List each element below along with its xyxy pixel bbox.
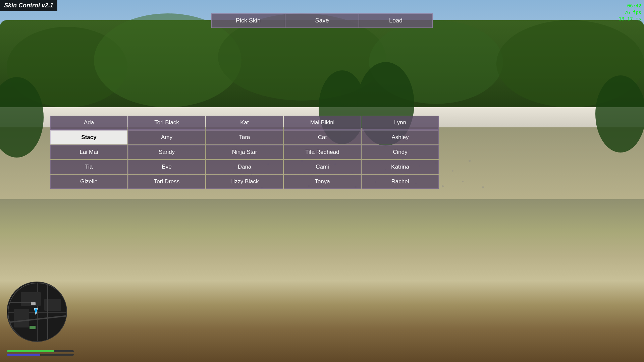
skin-cell-gizelle[interactable]: Gizelle [50, 175, 127, 189]
skin-cell-dana[interactable]: Dana [206, 160, 283, 174]
svg-rect-55 [537, 233, 553, 244]
skin-cell-eve[interactable]: Eve [128, 160, 205, 174]
skin-cell-cami[interactable]: Cami [284, 160, 361, 174]
title-bar: Skin Control v2.1 [0, 0, 57, 11]
svg-point-22 [452, 170, 453, 172]
skin-cell-ada[interactable]: Ada [50, 116, 127, 130]
skin-grid: AdaTori BlackKatMai BikiniLynnStacyAmyTa… [50, 116, 439, 189]
svg-rect-42 [458, 221, 476, 231]
menu-btn-pick-skin[interactable]: Pick Skin [211, 13, 285, 28]
svg-point-39 [595, 75, 644, 153]
skin-cell-tori-black[interactable]: Tori Black [128, 116, 205, 130]
skin-cell-tia[interactable]: Tia [50, 160, 127, 174]
skin-cell-lynn[interactable]: Lynn [362, 116, 439, 130]
svg-rect-40 [436, 218, 644, 362]
app-title: Skin Control v2.1 [4, 2, 53, 9]
armor-bar [7, 354, 74, 356]
svg-rect-50 [439, 233, 458, 244]
skin-cell-ashley[interactable]: Ashley [362, 130, 439, 144]
armor-bar-fill [7, 354, 40, 356]
menu-btn-load[interactable]: Load [359, 13, 433, 28]
svg-rect-57 [575, 233, 592, 244]
svg-rect-48 [574, 221, 592, 231]
fps-value: 76 fps [619, 9, 641, 16]
skin-cell-cindy[interactable]: Cindy [362, 145, 439, 159]
svg-rect-47 [555, 221, 572, 231]
skin-cell-amy[interactable]: Amy [128, 130, 205, 144]
svg-point-2 [7, 27, 127, 107]
skin-cell-tara[interactable]: Tara [206, 130, 283, 144]
skin-cell-tori-dress[interactable]: Tori Dress [128, 175, 205, 189]
svg-rect-46 [535, 221, 553, 231]
svg-point-5 [369, 20, 503, 104]
svg-point-6 [496, 20, 644, 107]
health-bar [7, 350, 74, 352]
skin-cell-cat[interactable]: Cat [284, 130, 361, 144]
svg-rect-44 [496, 221, 515, 231]
svg-rect-56 [555, 233, 574, 244]
svg-rect-43 [478, 221, 495, 231]
svg-rect-49 [594, 221, 610, 231]
skin-cell-lai-mai[interactable]: Lai Mai [50, 145, 127, 159]
svg-rect-65 [14, 309, 29, 327]
svg-rect-54 [517, 233, 535, 244]
skin-cell-tifa-redhead[interactable]: Tifa Redhead [284, 145, 361, 159]
svg-point-33 [442, 185, 444, 187]
svg-rect-41 [439, 221, 456, 231]
svg-rect-58 [594, 233, 612, 244]
svg-rect-52 [478, 233, 496, 244]
svg-rect-64 [44, 299, 61, 311]
skin-cell-mai-bikini[interactable]: Mai Bikini [284, 116, 361, 130]
svg-point-23 [469, 160, 471, 162]
skin-cell-rachel[interactable]: Rachel [362, 175, 439, 189]
menu-btn-save[interactable]: Save [285, 13, 359, 28]
svg-point-35 [482, 186, 484, 188]
minimap-background: N [7, 282, 67, 342]
skin-cell-stacy[interactable]: Stacy [50, 130, 127, 144]
fps-ms: 13.17 ms [619, 16, 641, 22]
svg-rect-51 [460, 233, 476, 244]
svg-rect-72 [30, 326, 36, 329]
skin-cell-sandy[interactable]: Sandy [128, 145, 205, 159]
skin-cell-lizzy-black[interactable]: Lizzy Black [206, 175, 283, 189]
status-bars [7, 350, 74, 357]
top-menu: Pick SkinSaveLoad [211, 13, 433, 28]
minimap: N [7, 282, 67, 342]
svg-rect-45 [517, 221, 533, 231]
svg-point-36 [0, 77, 44, 158]
skin-cell-tonya[interactable]: Tonya [284, 175, 361, 189]
svg-text:N: N [11, 285, 14, 290]
health-bar-fill [7, 350, 54, 352]
skin-cell-ninja-star[interactable]: Ninja Star [206, 145, 283, 159]
skin-cell-kat[interactable]: Kat [206, 116, 283, 130]
fps-counter: 06:42 76 fps 13.17 ms [619, 3, 641, 22]
svg-rect-1 [0, 20, 644, 127]
fps-time: 06:42 [619, 3, 641, 9]
skin-cell-katrina[interactable]: Katrina [362, 160, 439, 174]
svg-point-34 [462, 181, 464, 182]
svg-rect-71 [31, 302, 36, 305]
svg-rect-53 [498, 233, 515, 244]
